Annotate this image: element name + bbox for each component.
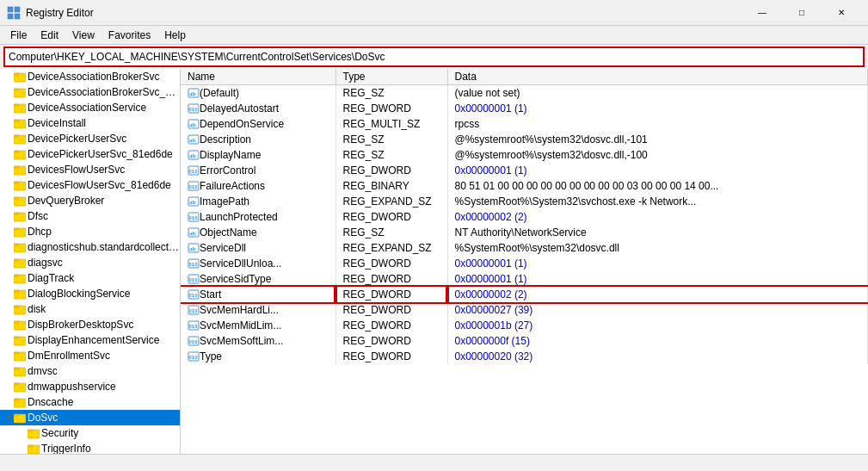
menu-item-edit[interactable]: Edit bbox=[34, 28, 65, 43]
svg-rect-3 bbox=[15, 14, 20, 19]
table-row[interactable]: ab (Default) REG_SZ (value not set) bbox=[181, 85, 868, 101]
cell-name: 010 ErrorControl bbox=[181, 163, 336, 178]
table-row[interactable]: 010 ServiceDllUnloa... REG_DWORD 0x00000… bbox=[181, 256, 868, 271]
tree-item-label: DoSvc bbox=[28, 412, 58, 424]
table-row[interactable]: ab ObjectName REG_SZ NT Authority\Networ… bbox=[181, 225, 868, 240]
tree-item[interactable]: DeviceAssociationService bbox=[0, 100, 180, 115]
svg-text:010: 010 bbox=[189, 262, 199, 267]
cell-data: 80 51 01 00 00 00 00 00 00 00 00 00 03 0… bbox=[447, 178, 868, 194]
tree-item[interactable]: DialogBlockingService bbox=[0, 286, 180, 301]
tree-item-label: DispBrokerDesktopSvc bbox=[28, 319, 133, 331]
menu-item-file[interactable]: File bbox=[3, 28, 34, 43]
cell-name: 010 LaunchProtected bbox=[181, 209, 336, 225]
cell-name: ab ServiceDll bbox=[181, 240, 336, 256]
menu-item-favorites[interactable]: Favorites bbox=[102, 28, 157, 43]
svg-text:010: 010 bbox=[189, 355, 199, 360]
cell-type: REG_DWORD bbox=[336, 349, 447, 364]
cell-data: 0x00000001 (1) bbox=[447, 101, 868, 116]
cell-data: 0x00000020 (32) bbox=[447, 349, 868, 364]
folder-icon bbox=[14, 102, 26, 114]
tree-item[interactable]: DispBrokerDesktopSvc bbox=[0, 317, 180, 332]
cell-data: 0x00000002 (2) bbox=[447, 287, 868, 302]
cell-data: 0x00000001 (1) bbox=[447, 163, 868, 178]
tree-item[interactable]: dmvsc bbox=[0, 363, 180, 379]
cell-data: rpcss bbox=[447, 116, 868, 132]
minimize-button[interactable]: — bbox=[742, 0, 782, 26]
restore-button[interactable]: □ bbox=[782, 0, 822, 26]
col-name[interactable]: Name bbox=[181, 69, 336, 85]
table-row[interactable]: ab DisplayName REG_SZ @%systemroot%\syst… bbox=[181, 147, 868, 163]
tree-item[interactable]: ▼ DoSvc bbox=[0, 410, 180, 425]
table-row[interactable]: 010 Start REG_DWORD 0x00000002 (2) bbox=[181, 287, 868, 302]
tree-panel[interactable]: DeviceAssociationBrokerSvc DeviceAssocia… bbox=[0, 69, 181, 454]
cell-data: @%systemroot%\system32\dosvc.dll,-100 bbox=[447, 147, 868, 163]
svg-text:ab: ab bbox=[189, 90, 196, 97]
table-row[interactable]: ab Description REG_SZ @%systemroot%\syst… bbox=[181, 132, 868, 147]
cell-type: REG_SZ bbox=[336, 85, 447, 101]
cell-data: 0x0000001b (27) bbox=[447, 318, 868, 333]
expand-icon bbox=[3, 164, 14, 176]
expand-icon bbox=[3, 86, 14, 98]
tree-item[interactable]: DeviceAssociationBrokerSvc_81ed6 bbox=[0, 84, 180, 100]
table-row[interactable]: 010 LaunchProtected REG_DWORD 0x00000002… bbox=[181, 209, 868, 225]
tree-item[interactable]: diagnosticshub.standardcollector.s bbox=[0, 239, 180, 255]
app-title: Registry Editor bbox=[26, 7, 94, 19]
tree-item[interactable]: Security bbox=[0, 425, 180, 441]
table-row[interactable]: 010 SvcMemHardLi... REG_DWORD 0x00000027… bbox=[181, 302, 868, 318]
tree-item[interactable]: Dhcp bbox=[0, 224, 180, 239]
tree-item[interactable]: disk bbox=[0, 301, 180, 317]
folder-icon bbox=[14, 288, 26, 300]
dword-icon: 010 bbox=[188, 211, 200, 223]
folder-icon bbox=[14, 179, 26, 191]
table-row[interactable]: ab DependOnService REG_MULTI_SZ rpcss bbox=[181, 116, 868, 132]
tree-item[interactable]: dmwappushservice bbox=[0, 379, 180, 394]
expand-icon bbox=[3, 241, 14, 253]
table-row[interactable]: 010 ErrorControl REG_DWORD 0x00000001 (1… bbox=[181, 163, 868, 178]
menu-item-help[interactable]: Help bbox=[157, 28, 193, 43]
table-row[interactable]: 010 DelayedAutostart REG_DWORD 0x0000000… bbox=[181, 101, 868, 116]
folder-icon bbox=[14, 226, 26, 238]
cell-name: ab Description bbox=[181, 132, 336, 147]
table-row[interactable]: ab ServiceDll REG_EXPAND_SZ %SystemRoot%… bbox=[181, 240, 868, 256]
svg-text:ab: ab bbox=[189, 152, 196, 159]
tree-item[interactable]: TriggerInfo bbox=[0, 441, 180, 454]
col-type[interactable]: Type bbox=[336, 69, 447, 85]
tree-item[interactable]: DmEnrollmentSvc bbox=[0, 348, 180, 363]
col-data[interactable]: Data bbox=[447, 69, 868, 85]
menu-item-view[interactable]: View bbox=[65, 28, 102, 43]
ab-icon: ab bbox=[188, 226, 200, 239]
table-row[interactable]: 010 SvcMemSoftLim... REG_DWORD 0x0000000… bbox=[181, 333, 868, 349]
table-row[interactable]: ab ImagePath REG_EXPAND_SZ %SystemRoot%\… bbox=[181, 194, 868, 209]
ab-icon: ab bbox=[188, 133, 200, 146]
tree-item[interactable]: DeviceAssociationBrokerSvc bbox=[0, 69, 180, 84]
cell-data: 0x00000001 (1) bbox=[447, 256, 868, 271]
table-row[interactable]: 010 Type REG_DWORD 0x00000020 (32) bbox=[181, 349, 868, 364]
tree-item[interactable]: DevicePickerUserSvc bbox=[0, 131, 180, 146]
table-row[interactable]: 010 ServiceSidType REG_DWORD 0x00000001 … bbox=[181, 271, 868, 287]
svg-rect-39 bbox=[14, 337, 19, 338]
cell-type: REG_DWORD bbox=[336, 333, 447, 349]
tree-item[interactable]: DevicePickerUserSvc_81ed6de bbox=[0, 146, 180, 162]
tree-item[interactable]: DisplayEnhancementService bbox=[0, 332, 180, 348]
expand-icon bbox=[3, 334, 14, 346]
table-row[interactable]: 010 FailureActions REG_BINARY 80 51 01 0… bbox=[181, 178, 868, 194]
tree-item[interactable]: DiagTrack bbox=[0, 270, 180, 286]
tree-item[interactable]: Dfsc bbox=[0, 208, 180, 224]
tree-item[interactable]: DeviceInstall bbox=[0, 115, 180, 131]
close-button[interactable]: ✕ bbox=[822, 0, 861, 26]
cell-type: REG_DWORD bbox=[336, 101, 447, 116]
svg-rect-35 bbox=[14, 306, 19, 307]
tree-item-label: diagsvc bbox=[28, 257, 63, 269]
tree-item-label: DevicePickerUserSvc_81ed6de bbox=[28, 148, 173, 160]
table-row[interactable]: 010 SvcMemMidLim... REG_DWORD 0x0000001b… bbox=[181, 318, 868, 333]
tree-item[interactable]: Dnscache bbox=[0, 394, 180, 410]
tree-item-label: DeviceAssociationService bbox=[28, 102, 146, 114]
tree-item[interactable]: diagsvc bbox=[0, 255, 180, 270]
expand-icon bbox=[3, 319, 14, 331]
svg-text:010: 010 bbox=[189, 308, 199, 313]
tree-item-label: DialogBlockingService bbox=[28, 288, 130, 300]
tree-item[interactable]: DevQueryBroker bbox=[0, 193, 180, 208]
tree-item[interactable]: DevicesFlowUserSvc_81ed6de bbox=[0, 177, 180, 193]
tree-item[interactable]: DevicesFlowUserSvc bbox=[0, 162, 180, 177]
cell-data: 0x00000027 (39) bbox=[447, 302, 868, 318]
